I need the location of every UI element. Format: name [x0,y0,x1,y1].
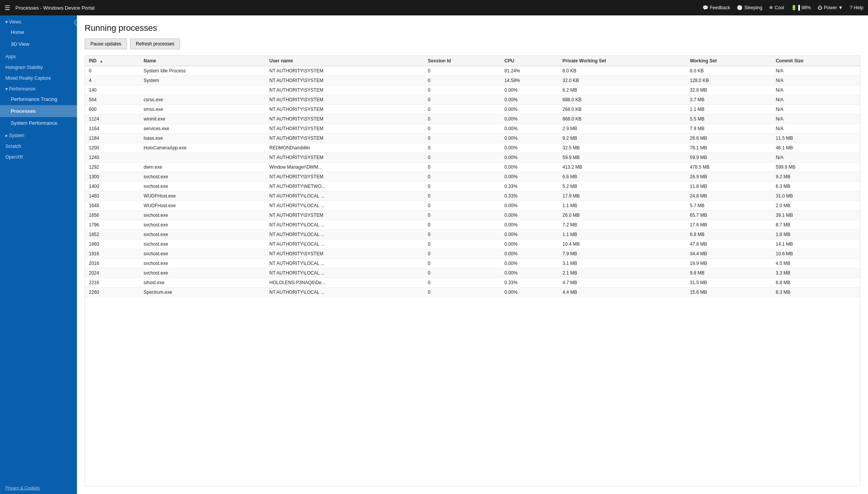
name-cell: svchost.exe [140,259,265,268]
power-button[interactable]: ⏻ Power ▼ [818,5,843,10]
username-cell: NT AUTHORITY\SYSTEM [265,249,424,259]
working-cell: 128.0 KB [686,76,772,85]
working-cell: 3.7 MB [686,95,772,105]
table-row[interactable]: 1796svchost.exeNT AUTHORITY\LOCAL ...00.… [85,220,860,230]
name-cell: svchost.exe [140,249,265,259]
cpu-cell: 0.00% [501,85,559,95]
col-header-name[interactable]: Name [140,56,265,66]
sidebar-item-3dview[interactable]: 3D View [0,38,77,50]
working-cell: 19.9 MB [686,259,772,268]
cpu-cell: 0.00% [501,162,559,172]
private-working-cell: 413.2 MB [559,162,686,172]
sidebar-item-scratch[interactable]: Scratch [0,140,77,151]
sidebar-item-processes[interactable]: Processes [0,105,77,117]
table-row[interactable]: 0System Idle ProcessNT AUTHORITY\SYSTEM0… [85,66,860,76]
sidebar-section-views[interactable]: ▾ Views [0,15,77,26]
table-row[interactable]: 564csrss.exeNT AUTHORITY\SYSTEM00.00%688… [85,95,860,105]
username-cell: NT AUTHORITY\NETWO... [265,182,424,191]
toolbar: Pause updates Refresh processes [85,39,860,49]
col-header-working[interactable]: Working Set [686,56,772,66]
pid-cell: 4 [85,76,140,85]
page-title: Running processes [85,23,860,33]
session-cell: 0 [424,201,501,211]
pid-cell: 2260 [85,288,140,297]
sleeping-button[interactable]: 🕐 Sleeping [737,5,762,10]
table-row[interactable]: 2216sihost.exeHOLOLENS-P3NAQ6\De...00.33… [85,278,860,288]
sidebar-item-system-performance[interactable]: System Performance [0,117,77,129]
refresh-processes-button[interactable]: Refresh processes [130,39,180,49]
working-cell: 6.8 MB [686,230,772,239]
working-cell: 5.5 MB [686,114,772,124]
sidebar-item-openxr[interactable]: OpenXR [0,151,77,161]
table-row[interactable]: 1164services.exeNT AUTHORITY\SYSTEM00.00… [85,124,860,134]
table-row[interactable]: 1240NT AUTHORITY\SYSTEM00.00%59.9 MB59.9… [85,153,860,162]
commit-cell: N/A [772,95,860,105]
working-cell: 47.8 MB [686,239,772,249]
pid-cell: 1460 [85,191,140,201]
session-cell: 0 [424,105,501,114]
pid-cell: 564 [85,95,140,105]
username-cell: NT AUTHORITY\LOCAL ... [265,191,424,201]
pause-updates-button[interactable]: Pause updates [85,39,127,49]
col-header-session[interactable]: Session Id [424,56,501,66]
sidebar-item-performance-tracing[interactable]: Performance Tracing [0,93,77,105]
pid-cell: 1916 [85,249,140,259]
cpu-cell: 0.00% [501,153,559,162]
private-working-cell: 59.9 MB [559,153,686,162]
commit-cell: 8.3 MB [772,288,860,297]
table-row[interactable]: 140NT AUTHORITY\SYSTEM00.00%6.2 MB32.8 M… [85,85,860,95]
sidebar-section-system[interactable]: ▸ System [0,129,77,140]
col-header-private-working[interactable]: Private Working Set [559,56,686,66]
col-header-pid[interactable]: PID ▲ [85,56,140,66]
col-header-commit[interactable]: Commit Size [772,56,860,66]
username-cell: NT AUTHORITY\SYSTEM [265,134,424,143]
session-cell: 0 [424,162,501,172]
pid-cell: 0 [85,66,140,76]
sidebar-section-performance[interactable]: ▾ Performance [0,82,77,93]
sidebar-section-apps[interactable]: Apps [0,50,77,61]
table-row[interactable]: 1916svchost.exeNT AUTHORITY\SYSTEM00.00%… [85,249,860,259]
name-cell: svchost.exe [140,172,265,182]
feedback-button[interactable]: 💬 Feedback [703,5,730,10]
privacy-link[interactable]: Privacy & Cookies [0,482,77,494]
table-row[interactable]: 1200HoloCameraApp.exeREDMOND\ambillin00.… [85,143,860,153]
table-row[interactable]: 1852svchost.exeNT AUTHORITY\LOCAL ...00.… [85,230,860,239]
session-cell: 0 [424,239,501,249]
table-row[interactable]: 1656svchost.exeNT AUTHORITY\SYSTEM00.00%… [85,211,860,220]
table-row[interactable]: 1292dwm.exeWindow Manager\DWM...00.00%41… [85,162,860,172]
working-cell: 59.9 MB [686,153,772,162]
private-working-cell: 1.1 MB [559,201,686,211]
table-row[interactable]: 600smss.exeNT AUTHORITY\SYSTEM00.00%268.… [85,105,860,114]
working-cell: 78.1 MB [686,143,772,153]
cpu-cell: 0.33% [501,278,559,288]
table-row[interactable]: 1124wininit.exeNT AUTHORITY\SYSTEM00.00%… [85,114,860,124]
table-row[interactable]: 1184lsass.exeNT AUTHORITY\SYSTEM00.00%9.… [85,134,860,143]
sidebar-item-mixed-reality-capture[interactable]: Mixed Reality Capture [0,72,77,82]
table-row[interactable]: 1460WUDFHost.exeNT AUTHORITY\LOCAL ...00… [85,191,860,201]
table-row[interactable]: 1400svchost.exeNT AUTHORITY\NETWO...00.3… [85,182,860,191]
private-working-cell: 8.0 KB [559,66,686,76]
cpu-cell: 0.00% [501,134,559,143]
table-row[interactable]: 1648WUDFHost.exeNT AUTHORITY\LOCAL ...00… [85,201,860,211]
cpu-cell: 0.00% [501,288,559,297]
col-header-cpu[interactable]: CPU [501,56,559,66]
processes-table-wrap[interactable]: PID ▲ Name User name Session Id CPU Priv… [85,55,860,486]
table-row[interactable]: 1860svchost.exeNT AUTHORITY\LOCAL ...00.… [85,239,860,249]
hamburger-menu[interactable]: ☰ [5,4,10,12]
col-header-username[interactable]: User name [265,56,424,66]
cool-button[interactable]: ❄ Cool [769,5,784,10]
commit-cell: 6.3 MB [772,182,860,191]
cpu-cell: 0.00% [501,95,559,105]
name-cell: WUDFHost.exe [140,201,265,211]
table-row[interactable]: 1300svchost.exeNT AUTHORITY\SYSTEM00.00%… [85,172,860,182]
sidebar-item-home[interactable]: Home [0,26,77,38]
table-row[interactable]: 4SystemNT AUTHORITY\SYSTEM014.58%32.0 KB… [85,76,860,85]
table-row[interactable]: 2024svchost.exeNT AUTHORITY\LOCAL ...00.… [85,268,860,278]
table-row[interactable]: 2260Spectrum.exeNT AUTHORITY\LOCAL ...00… [85,288,860,297]
private-working-cell: 868.0 KB [559,114,686,124]
help-button[interactable]: ? Help [850,5,863,10]
pid-cell: 140 [85,85,140,95]
sidebar-item-hologram-stability[interactable]: Hologram Stability [0,61,77,72]
table-row[interactable]: 2016svchost.exeNT AUTHORITY\LOCAL ...00.… [85,259,860,268]
power-icon: ⏻ [818,5,822,10]
